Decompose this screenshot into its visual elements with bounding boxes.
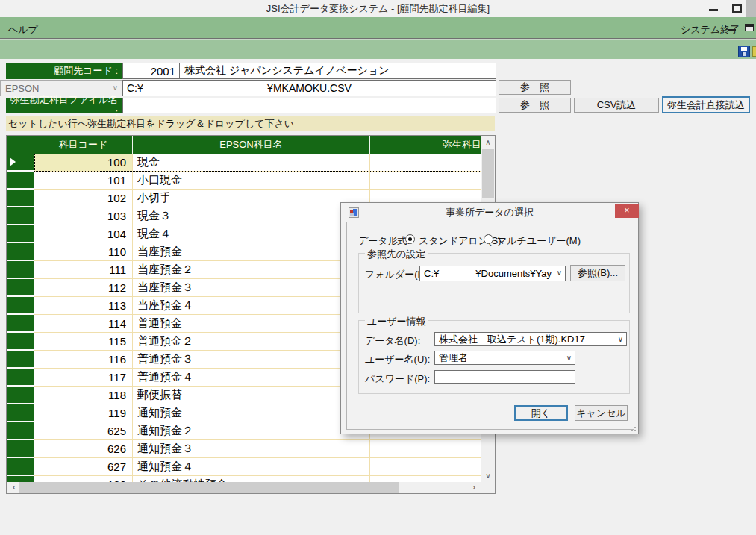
- row-header-cell[interactable]: [7, 315, 34, 333]
- row-header-cell[interactable]: [7, 387, 34, 404]
- cell-yayoi[interactable]: [370, 458, 481, 476]
- horizontal-scrollbar-thumb[interactable]: [19, 482, 399, 493]
- save-icon[interactable]: [738, 46, 750, 57]
- column-header-code[interactable]: 科目コード: [34, 136, 133, 154]
- cell-yayoi[interactable]: [370, 476, 481, 482]
- cell-yayoi[interactable]: [370, 154, 481, 172]
- column-header-epson[interactable]: EPSON科目名: [133, 136, 370, 154]
- cell-code[interactable]: 115: [34, 333, 133, 351]
- cell-code[interactable]: 117: [34, 369, 133, 387]
- mdi-minimize-icon[interactable]: [728, 29, 736, 31]
- row-header-cell[interactable]: [7, 243, 34, 261]
- scroll-right-icon[interactable]: ›: [468, 482, 480, 493]
- folder-combobox[interactable]: C:¥ ¥Documents¥Yay ∨: [419, 266, 566, 281]
- csv-read-button[interactable]: CSV読込: [574, 98, 659, 113]
- cell-name[interactable]: 通知預金４: [133, 458, 370, 476]
- window-maximize-icon[interactable]: [732, 4, 742, 13]
- window-minimize-icon[interactable]: [709, 9, 718, 11]
- cell-code[interactable]: 118: [34, 387, 133, 404]
- menu-item-help[interactable]: ヘルプ: [5, 22, 41, 38]
- cell-code[interactable]: 114: [34, 315, 133, 333]
- cell-name[interactable]: 小切手: [133, 190, 370, 207]
- row-header-cell[interactable]: [7, 404, 34, 422]
- table-row[interactable]: 100現金: [7, 154, 481, 172]
- row-header-cell[interactable]: [7, 172, 34, 190]
- cell-code[interactable]: 101: [34, 172, 133, 190]
- row-header-cell[interactable]: [7, 297, 34, 315]
- mdi-restore-icon[interactable]: [745, 24, 754, 31]
- yayoi-file-field[interactable]: [122, 98, 496, 113]
- cell-name[interactable]: 現金: [133, 154, 370, 172]
- cell-code[interactable]: 113: [34, 297, 133, 315]
- cancel-button[interactable]: キャンセル: [575, 405, 628, 421]
- cell-name[interactable]: 小口現金: [133, 172, 370, 190]
- cell-yayoi[interactable]: [370, 440, 481, 458]
- cell-name[interactable]: 当座預金３: [133, 279, 370, 297]
- cell-name[interactable]: 普通預金: [133, 315, 370, 333]
- scroll-left-icon[interactable]: ‹: [8, 482, 20, 493]
- cell-code[interactable]: 110: [34, 243, 133, 261]
- browse-csv-button[interactable]: 参 照: [499, 80, 571, 95]
- table-row[interactable]: 627通知預金４: [7, 458, 481, 476]
- cell-name[interactable]: 当座預金: [133, 243, 370, 261]
- browse-yayoi-button[interactable]: 参 照: [499, 98, 571, 113]
- dialog-close-icon[interactable]: ×: [615, 204, 639, 218]
- cell-code[interactable]: 119: [34, 404, 133, 422]
- cell-name[interactable]: 通知預金: [133, 404, 370, 422]
- cell-code[interactable]: 626: [34, 440, 133, 458]
- row-header-cell[interactable]: [7, 207, 34, 225]
- cell-code[interactable]: 627: [34, 458, 133, 476]
- cell-code[interactable]: 112: [34, 279, 133, 297]
- cell-code[interactable]: 120: [34, 476, 133, 482]
- row-header-cell[interactable]: [7, 351, 34, 369]
- radio-multiuser-label[interactable]: マルチユーザー(M): [497, 234, 581, 248]
- cell-name[interactable]: 普通預金２: [133, 333, 370, 351]
- data-name-combobox[interactable]: 株式会社 取込テスト(1期).KD17 ∨: [434, 332, 627, 346]
- cell-yayoi[interactable]: [370, 172, 481, 190]
- row-header-cell[interactable]: [7, 476, 34, 482]
- row-header-cell[interactable]: [7, 440, 34, 458]
- cell-name[interactable]: 当座預金４: [133, 297, 370, 315]
- table-row[interactable]: 120その他流動性預金: [7, 476, 481, 482]
- row-header-cell[interactable]: [7, 369, 34, 387]
- yayoi-direct-read-button[interactable]: 弥生会計直接読込: [662, 96, 750, 113]
- cell-name[interactable]: 通知預金２: [133, 422, 370, 440]
- scroll-down-icon[interactable]: ∨: [481, 469, 495, 482]
- open-button[interactable]: 開く: [514, 405, 568, 421]
- row-header-cell[interactable]: [7, 261, 34, 279]
- cell-name[interactable]: 通知預金３: [133, 440, 370, 458]
- cell-code[interactable]: 111: [34, 261, 133, 279]
- cell-code[interactable]: 104: [34, 225, 133, 243]
- row-header-cell[interactable]: [7, 225, 34, 243]
- cell-code[interactable]: 625: [34, 422, 133, 440]
- vertical-scrollbar-thumb[interactable]: [482, 149, 494, 198]
- row-header-cell[interactable]: [7, 458, 34, 476]
- table-row[interactable]: 101小口現金: [7, 172, 481, 190]
- user-name-combobox[interactable]: 管理者 ∨: [434, 351, 575, 365]
- cell-name[interactable]: 当座預金２: [133, 261, 370, 279]
- row-header-cell[interactable]: [7, 154, 34, 172]
- row-header-cell[interactable]: [7, 422, 34, 440]
- horizontal-scrollbar[interactable]: ‹ ›: [7, 482, 481, 493]
- cell-name[interactable]: 現金３: [133, 207, 370, 225]
- cell-code[interactable]: 100: [34, 154, 133, 172]
- cell-name[interactable]: 普通預金４: [133, 369, 370, 387]
- row-header-cell[interactable]: [7, 279, 34, 297]
- cell-code[interactable]: 102: [34, 190, 133, 207]
- cell-name[interactable]: 現金４: [133, 225, 370, 243]
- dialog-titlebar[interactable]: 事業所データの選択 ×: [341, 203, 638, 222]
- folder-browse-button[interactable]: 参照(B)...: [570, 265, 625, 281]
- cell-name[interactable]: 普通預金３: [133, 351, 370, 369]
- window-close-area[interactable]: [746, 0, 756, 19]
- cell-code[interactable]: 103: [34, 207, 133, 225]
- resize-grip[interactable]: [630, 425, 636, 431]
- table-row[interactable]: 626通知預金３: [7, 440, 481, 458]
- row-header-cell[interactable]: [7, 190, 34, 207]
- column-header-yayoi[interactable]: 弥生科目: [370, 136, 481, 154]
- radio-multiuser[interactable]: [484, 234, 493, 244]
- partial-toolbar-icon[interactable]: [752, 46, 756, 57]
- csv-path-field[interactable]: C:¥ ¥MKAMOKU.CSV: [122, 80, 496, 96]
- cell-name[interactable]: 郵便振替: [133, 387, 370, 404]
- cell-name[interactable]: その他流動性預金: [133, 476, 370, 482]
- row-header-cell[interactable]: [7, 333, 34, 351]
